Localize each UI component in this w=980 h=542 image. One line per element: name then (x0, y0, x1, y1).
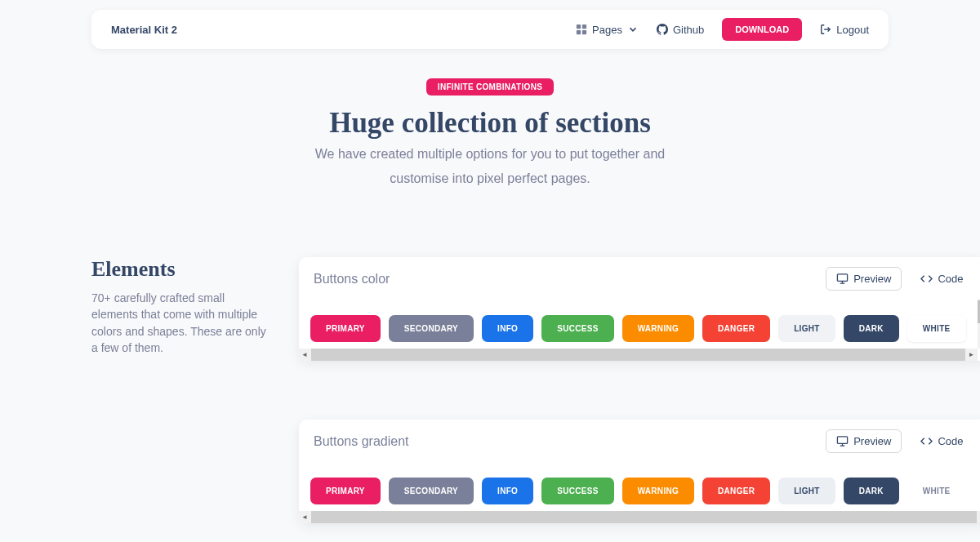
nav-logout[interactable]: Logout (820, 24, 869, 36)
chevron-down-icon (627, 24, 639, 35)
github-icon (657, 24, 668, 35)
card-title: Buttons gradient (314, 434, 409, 449)
svg-rect-2 (577, 30, 581, 34)
nav-logout-label: Logout (836, 24, 869, 36)
btn-primary[interactable]: PRIMARY (310, 315, 381, 342)
btn-info[interactable]: INFO (482, 315, 533, 342)
scroll-left-icon[interactable]: ◄ (299, 513, 310, 521)
nav-pages[interactable]: Pages (576, 24, 639, 36)
nav-pages-label: Pages (592, 24, 622, 36)
svg-rect-0 (577, 24, 581, 29)
btn-danger[interactable]: DANGER (702, 478, 770, 504)
btn-warning[interactable]: WARNING (622, 478, 694, 504)
monitor-icon (836, 435, 849, 447)
code-icon (920, 435, 933, 447)
hero: INFINITE COMBINATIONS Huge collection of… (0, 78, 980, 189)
btn-white[interactable]: WHITE (907, 478, 966, 504)
button-row: PRIMARY SECONDARY INFO SUCCESS WARNING D… (310, 478, 978, 504)
btn-primary[interactable]: PRIMARY (310, 478, 381, 504)
scroll-frame[interactable]: PRIMARY SECONDARY INFO SUCCESS WARNING D… (299, 464, 980, 511)
vertical-scrollbar[interactable] (978, 299, 980, 349)
nav-right: Pages Github DOWNLOAD Logout (576, 18, 869, 41)
monitor-icon (836, 273, 849, 285)
toggle-group: Preview Code (826, 429, 973, 453)
svg-rect-5 (838, 437, 848, 443)
hero-subtitle-line1: We have created multiple options for you… (0, 144, 980, 164)
horizontal-scrollbar[interactable]: ◄ ► (299, 349, 978, 361)
nav-github-label: Github (673, 24, 704, 36)
scroll-left-icon[interactable]: ◄ (299, 351, 310, 358)
hero-title: Huge collection of sections (0, 107, 980, 140)
side-column: Elements 70+ carefully crafted small ele… (91, 257, 270, 542)
btn-light[interactable]: LIGHT (778, 315, 835, 342)
card-body: PRIMARY SECONDARY INFO SUCCESS WARNING D… (299, 461, 980, 523)
svg-rect-4 (838, 274, 848, 281)
navbar: Material Kit 2 Pages Github DOWNLOAD Log… (91, 10, 889, 49)
preview-toggle[interactable]: Preview (826, 267, 902, 291)
download-button[interactable]: DOWNLOAD (722, 18, 802, 41)
scroll-right-icon[interactable]: ► (966, 351, 978, 358)
btn-white[interactable]: WHITE (907, 315, 966, 342)
preview-label: Preview (853, 435, 891, 447)
card-title: Buttons color (314, 272, 390, 287)
side-desc: 70+ carefully crafted small elements tha… (91, 290, 270, 356)
btn-success[interactable]: SUCCESS (541, 478, 613, 504)
card-buttons-color: Buttons color Preview Code (299, 257, 980, 361)
code-label: Code (938, 435, 963, 447)
scroll-thumb[interactable] (978, 300, 980, 323)
nav-github[interactable]: Github (657, 24, 704, 36)
dashboard-icon (576, 24, 587, 35)
card-header: Buttons color Preview Code (299, 257, 980, 299)
scroll-track[interactable] (311, 349, 965, 361)
hero-badge: INFINITE COMBINATIONS (426, 78, 554, 96)
btn-danger[interactable]: DANGER (702, 315, 770, 342)
code-toggle[interactable]: Code (910, 267, 973, 291)
scroll-right-icon[interactable]: ► (978, 513, 980, 521)
button-row: PRIMARY SECONDARY INFO SUCCESS WARNING D… (310, 315, 966, 342)
preview-toggle[interactable]: Preview (826, 429, 902, 453)
code-icon (920, 273, 933, 285)
logout-icon (820, 24, 831, 35)
card-header: Buttons gradient Preview Code (299, 420, 980, 461)
card-body: PRIMARY SECONDARY INFO SUCCESS WARNING D… (299, 299, 980, 361)
btn-info[interactable]: INFO (482, 478, 533, 504)
side-title: Elements (91, 257, 270, 282)
main-column: Buttons color Preview Code (299, 257, 980, 542)
scroll-track[interactable] (311, 511, 977, 523)
btn-secondary[interactable]: SECONDARY (389, 478, 474, 504)
card-buttons-gradient: Buttons gradient Preview Code PRIMARY (299, 420, 980, 523)
horizontal-scrollbar[interactable]: ◄ ► (299, 511, 980, 523)
preview-label: Preview (853, 273, 891, 285)
btn-dark[interactable]: DARK (844, 315, 899, 342)
btn-warning[interactable]: WARNING (622, 315, 694, 342)
code-label: Code (938, 273, 963, 285)
btn-success[interactable]: SUCCESS (541, 315, 613, 342)
svg-rect-3 (582, 30, 586, 34)
code-toggle[interactable]: Code (910, 429, 973, 453)
content-row: Elements 70+ carefully crafted small ele… (91, 257, 889, 542)
hero-subtitle-line2: customise into pixel perfect pages. (0, 169, 980, 189)
brand[interactable]: Material Kit 2 (111, 24, 177, 36)
btn-light[interactable]: LIGHT (778, 478, 835, 504)
svg-rect-1 (582, 24, 586, 29)
toggle-group: Preview Code (826, 267, 973, 291)
btn-secondary[interactable]: SECONDARY (389, 315, 474, 342)
scroll-frame[interactable]: PRIMARY SECONDARY INFO SUCCESS WARNING D… (299, 302, 978, 349)
btn-dark[interactable]: DARK (844, 478, 899, 504)
